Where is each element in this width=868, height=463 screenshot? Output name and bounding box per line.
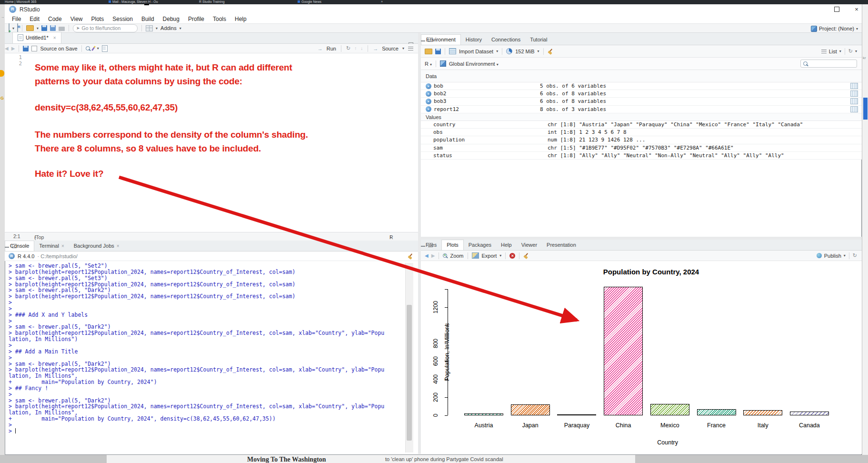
save-source-icon[interactable]	[23, 46, 29, 51]
zoom-plot-icon[interactable]	[443, 253, 447, 258]
environment-object-row-bob3[interactable]: ▸bob36 obs. of 8 variables	[421, 98, 862, 105]
close-button[interactable]: ×	[848, 4, 865, 15]
menu-item-code[interactable]: Code	[44, 16, 66, 22]
forward-icon[interactable]: ▶	[11, 46, 15, 51]
export-plot-button[interactable]: Export	[482, 253, 497, 259]
browser-tab[interactable]: Home | Microsoft 365	[5, 0, 36, 3]
environment-object-row-obs[interactable]: obsint [1:8] 1 2 3 4 5 6 7 8	[421, 129, 862, 136]
publish-button[interactable]: Publish	[824, 253, 841, 259]
next-plot-icon[interactable]: ▶	[431, 253, 435, 258]
compile-report-icon[interactable]	[102, 45, 108, 52]
tab-terminal[interactable]: Terminal×	[34, 241, 69, 251]
back-icon[interactable]: ◀	[5, 46, 9, 51]
environment-search-input[interactable]	[800, 60, 857, 68]
environment-object-row-country[interactable]: countrychr [1:8] "Austria" "Japan" "Para…	[421, 121, 862, 129]
rerun-icon[interactable]: ↻	[346, 45, 350, 51]
save-icon[interactable]	[41, 25, 47, 31]
export-caret[interactable]: ▾	[499, 253, 501, 258]
view-data-icon[interactable]	[850, 83, 858, 89]
pane-layout-icon[interactable]	[146, 25, 153, 31]
import-dataset-icon[interactable]	[449, 48, 456, 54]
tab-pane-controls[interactable]	[421, 38, 433, 42]
source-caret[interactable]: ▾	[402, 46, 404, 50]
menu-item-file[interactable]: File	[8, 16, 25, 22]
tab-history[interactable]: History	[461, 35, 487, 45]
file-type-indicator[interactable]: R Script ↕	[389, 233, 392, 239]
menu-item-profile[interactable]: Profile	[184, 16, 209, 22]
close-tab-icon[interactable]: ×	[61, 243, 64, 249]
source-tab-close-icon[interactable]: ×	[53, 35, 56, 40]
tab-plots[interactable]: Plots	[441, 240, 463, 250]
addins-button[interactable]: Addins	[160, 25, 177, 31]
source-tab-untitled1[interactable]: Untitled1* ×	[12, 32, 61, 43]
minimize-button[interactable]	[136, 4, 152, 15]
view-data-icon[interactable]	[850, 106, 858, 112]
console-scrollbar[interactable]	[405, 263, 413, 453]
save-workspace-icon[interactable]	[435, 49, 441, 54]
refresh-caret[interactable]: ▾	[855, 49, 857, 53]
console-scrollbar-thumb[interactable]	[407, 305, 412, 441]
environment-object-row-population[interactable]: populationnum [1:8] 21 123 9 1426 128 ..…	[421, 136, 862, 144]
expand-object-icon[interactable]: ▸	[426, 99, 431, 104]
maximize-button[interactable]	[828, 4, 845, 15]
new-project-icon[interactable]: R	[17, 24, 18, 32]
browser-tab[interactable]: Mail - Maczuga, Steven H - Ou	[109, 0, 158, 3]
expand-object-icon[interactable]: ▸	[426, 106, 431, 112]
pane-layout-caret[interactable]: ▾	[156, 26, 158, 30]
down-icon[interactable]: ↓	[360, 46, 363, 51]
list-view-caret[interactable]: ▾	[839, 49, 841, 53]
menu-item-edit[interactable]: Edit	[25, 16, 44, 22]
memory-usage-label[interactable]: 152 MiB	[515, 49, 534, 54]
new-file-dropdown-caret[interactable]: ▾	[12, 26, 14, 30]
tab-background-jobs[interactable]: Background Jobs×	[69, 241, 124, 251]
tab-help[interactable]: Help	[496, 240, 517, 250]
publish-caret[interactable]: ▾	[844, 253, 846, 258]
new-file-icon[interactable]: +	[9, 24, 10, 32]
expand-object-icon[interactable]: ▸	[426, 83, 431, 89]
open-file-dropdown-caret[interactable]: ▾	[37, 26, 39, 30]
menu-item-plots[interactable]: Plots	[87, 16, 109, 22]
save-all-icon[interactable]	[50, 25, 56, 31]
r-language-selector[interactable]: R ▾	[425, 61, 432, 67]
view-data-icon[interactable]	[850, 91, 858, 97]
open-file-icon[interactable]	[26, 25, 34, 31]
menu-item-session[interactable]: Session	[108, 16, 137, 22]
print-icon[interactable]	[59, 27, 65, 31]
menu-item-view[interactable]: View	[66, 16, 87, 22]
browser-tab[interactable]: Google News	[298, 0, 321, 3]
addins-caret[interactable]: ▾	[180, 26, 181, 30]
previous-plot-icon[interactable]: ◀	[425, 253, 429, 258]
menu-item-help[interactable]: Help	[230, 16, 251, 22]
clear-all-plots-icon[interactable]	[523, 253, 529, 259]
menu-item-build[interactable]: Build	[137, 16, 159, 22]
document-outline-icon[interactable]	[408, 46, 413, 50]
tab-viewer[interactable]: Viewer	[517, 240, 542, 250]
source-button[interactable]: Source	[382, 46, 399, 51]
run-button[interactable]: Run	[327, 46, 336, 51]
memory-caret[interactable]: ▾	[538, 49, 539, 53]
menu-item-tools[interactable]: Tools	[209, 16, 230, 22]
clear-console-icon[interactable]	[408, 253, 413, 259]
view-data-icon[interactable]	[850, 98, 858, 104]
expand-object-icon[interactable]: ▸	[426, 91, 431, 97]
remove-plot-icon[interactable]: ×	[509, 253, 515, 259]
console-output[interactable]: > sam <- brewer.pal(5, "Set2")> barplot(…	[5, 263, 405, 437]
import-dataset-button[interactable]: Import Dataset	[459, 49, 493, 54]
project-selector[interactable]: Project: (None) ▾	[811, 24, 858, 33]
tab-packages[interactable]: Packages	[464, 240, 496, 250]
goto-file-function-input[interactable]: ➤ Go to file/function	[73, 24, 138, 32]
menu-item-debug[interactable]: Debug	[159, 16, 184, 22]
source-editor[interactable]: 12Some may like it, others might hate it…	[5, 53, 418, 232]
run-icon[interactable]: →	[318, 46, 323, 51]
environment-object-row-status[interactable]: statuschr [1:8] "Ally" "Ally" "Neutral" …	[421, 152, 862, 160]
source-on-save-checkbox[interactable]	[31, 46, 37, 51]
browser-tab[interactable]: R Studio Training	[199, 0, 225, 3]
refresh-plot-icon[interactable]: ↻	[853, 252, 857, 259]
tab-pane-controls[interactable]	[421, 243, 433, 247]
environment-object-row-bob2[interactable]: ▸bob26 obs. of 8 variables	[421, 90, 862, 98]
import-dataset-caret[interactable]: ▾	[496, 49, 498, 53]
up-icon[interactable]: ↑	[354, 46, 357, 51]
scope-indicator[interactable]: (Top Level) ↕	[34, 233, 37, 239]
global-environment-selector[interactable]: Global Environment ▾	[449, 61, 499, 67]
tab-tutorial[interactable]: Tutorial	[525, 35, 552, 45]
